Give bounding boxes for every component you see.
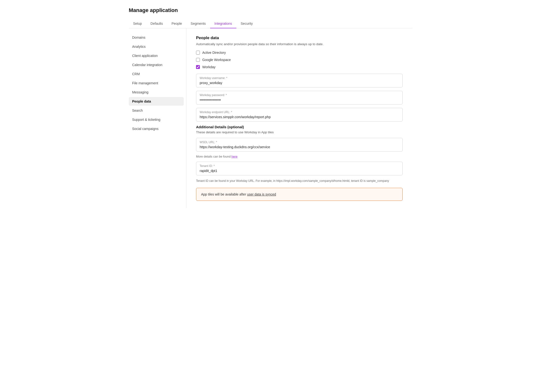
workday-label: Workday [202,65,215,69]
sidebar-item-messaging[interactable]: Messaging [129,88,184,97]
google-workspace-label: Google Workspace [202,58,231,62]
tab-setup[interactable]: Setup [129,19,146,28]
main-content: People data Automatically sync and/or pr… [186,28,412,208]
workday-password-field: Workday password: * [196,91,403,104]
wsdl-url-label: WSDL URL: * [200,141,399,144]
tab-defaults[interactable]: Defaults [146,19,167,28]
section-desc: Automatically sync and/or provision peop… [196,42,403,46]
tab-security[interactable]: Security [236,19,257,28]
section-title: People data [196,36,403,40]
wsdl-url-input[interactable] [200,145,399,149]
checkbox-row-workday: Workday [196,65,403,69]
workday-checkbox[interactable] [196,65,200,69]
tabs-bar: Setup Defaults People Segments Integrati… [129,19,412,28]
workday-endpoint-input[interactable] [200,115,399,119]
alert-text: App tiles will be available after [201,192,247,196]
wsdl-hint-link[interactable]: here [231,155,237,158]
tenant-id-label: Tenant ID: * [200,164,399,168]
checkbox-row-google-workspace: Google Workspace [196,58,403,62]
people-data-checkboxes: Active Directory Google Workspace Workda… [196,51,403,69]
checkbox-row-active-directory: Active Directory [196,51,403,55]
page-title: Manage application [129,7,412,13]
workday-endpoint-field: Workday endpoint URL: * [196,108,403,122]
additional-details-title: Additional Details (optional) [196,125,403,129]
sidebar-item-domains[interactable]: Domains [129,33,184,42]
sidebar-item-crm[interactable]: CRM [129,70,184,78]
additional-details-desc: These details are required to use Workda… [196,130,403,134]
sidebar-item-analytics[interactable]: Analytics [129,42,184,51]
workday-endpoint-label: Workday endpoint URL: * [200,110,399,114]
sidebar-item-search[interactable]: Search [129,106,184,115]
workday-password-input[interactable] [200,98,399,102]
tenant-id-field: Tenant ID: * [196,162,403,175]
sidebar-item-social-campaigns[interactable]: Social campaigns [129,124,184,133]
sidebar: Domains Analytics Client application Cal… [129,28,186,208]
active-directory-checkbox[interactable] [196,51,200,55]
google-workspace-checkbox[interactable] [196,58,200,62]
workday-password-label: Workday password: * [200,93,399,97]
tab-integrations[interactable]: Integrations [210,19,236,28]
alert-box: App tiles will be available after user d… [196,188,403,201]
sidebar-item-support-ticketing[interactable]: Support & ticketing [129,115,184,124]
sidebar-item-people-data[interactable]: People data [129,97,184,106]
tenant-id-input[interactable] [200,169,399,173]
tab-people[interactable]: People [167,19,186,28]
sidebar-item-client-application[interactable]: Client application [129,51,184,60]
wsdl-hint: More details can be found here [196,155,403,158]
sidebar-item-file-management[interactable]: File management [129,79,184,87]
workday-username-label: Workday username: * [200,76,399,80]
sidebar-item-calendar-integration[interactable]: Calendar integration [129,61,184,69]
alert-link[interactable]: user data is synced [247,192,276,196]
tab-segments[interactable]: Segments [186,19,210,28]
active-directory-label: Active Directory [202,51,226,55]
workday-username-field: Workday username: * [196,74,403,87]
wsdl-url-field: WSDL URL: * [196,138,403,152]
workday-username-input[interactable] [200,81,399,85]
tenant-id-hint: Tenant ID can be found in your Workday U… [196,179,403,183]
